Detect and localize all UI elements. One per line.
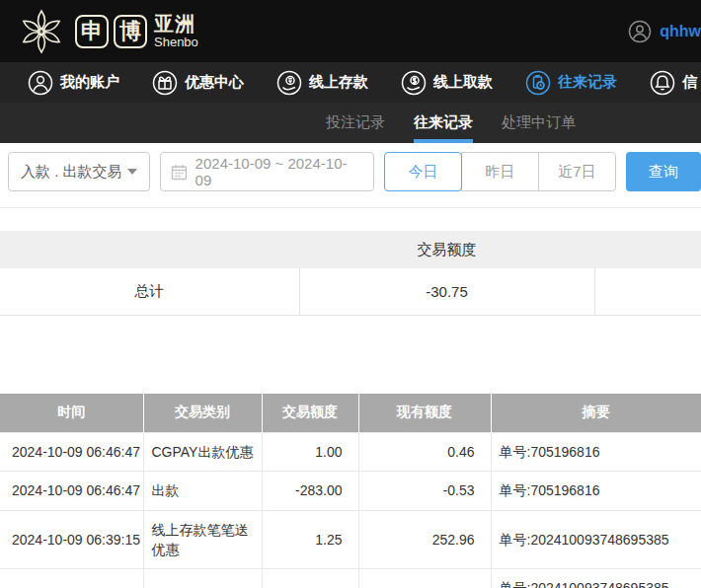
summary-total-row: 总计 -30.75 xyxy=(0,268,701,315)
transaction-records-page: 申 博 亚洲 Shenbo qhhw 我的账户 xyxy=(0,0,701,588)
nav-label: 往来记录 xyxy=(558,73,617,92)
cell-balance: -0.53 xyxy=(358,472,491,510)
cell-balance: 251.71 xyxy=(358,569,491,588)
col-header-time: 时间 xyxy=(0,394,143,433)
cell-type: 线上存款笔笔送优惠 xyxy=(143,510,262,569)
records-table: 时间 交易类别 交易额度 现有额度 摘要 2024-10-09 06:46:47… xyxy=(0,394,701,588)
user-avatar-icon xyxy=(628,20,652,43)
nav-item-online-deposit[interactable]: 线上存款 xyxy=(276,70,368,96)
cell-amount: 250.00 xyxy=(262,569,358,588)
table-row: 2024-10-09 06:46:47 出款 -283.00 -0.53 单号:… xyxy=(0,472,701,510)
cell-time: 2024-10-09 06:39:15 xyxy=(0,510,143,569)
cell-time: 2024-10-09 06:46:47 xyxy=(0,472,143,510)
nav-item-promotions[interactable]: 优惠中心 xyxy=(152,70,244,96)
chevron-down-icon xyxy=(127,169,137,175)
records-icon xyxy=(525,70,551,96)
username-label[interactable]: qhhw xyxy=(660,23,701,40)
main-navigation: 我的账户 优惠中心 线上存款 xyxy=(0,62,701,103)
cell-memo: 单号:705196816 xyxy=(491,433,701,472)
cell-type: CGPAY出款优惠 xyxy=(143,433,262,472)
nav-item-online-withdraw[interactable]: 线上取款 xyxy=(401,70,493,96)
transaction-type-value: 入款 . 出款交易 xyxy=(21,163,122,182)
quick-range-button-group: 今日 昨日 近7日 xyxy=(384,152,616,191)
cell-amount: -283.00 xyxy=(262,472,358,510)
last7days-button[interactable]: 近7日 xyxy=(538,152,616,191)
brand-english-label: Shenbo xyxy=(154,36,198,48)
cell-balance: 252.96 xyxy=(358,510,491,569)
cell-type: 出款 xyxy=(143,472,262,510)
brand-region-label: 亚洲 xyxy=(154,14,198,34)
nav-item-my-account[interactable]: 我的账户 xyxy=(28,70,119,96)
bell-icon xyxy=(650,70,675,96)
date-range-value: 2024-10-09 ~ 2024-10-09 xyxy=(195,155,363,188)
nav-label: 线上取款 xyxy=(433,73,493,92)
summary-header-spacer xyxy=(0,231,299,268)
summary-total-label: 总计 xyxy=(0,268,299,315)
search-button[interactable]: 查询 xyxy=(626,152,701,191)
table-row: 2024-10-09 06:39:15 线上存款 250.00 251.71 单… xyxy=(0,569,701,588)
col-header-memo: 摘要 xyxy=(491,394,701,433)
table-row: 2024-10-09 06:46:47 CGPAY出款优惠 1.00 0.46 … xyxy=(0,433,701,472)
deposit-icon xyxy=(276,70,302,96)
nav-label: 信 xyxy=(682,73,697,92)
summary-header-row: 交易额度 xyxy=(0,231,701,268)
withdraw-icon xyxy=(401,70,427,96)
nav-item-transaction-records[interactable]: 往来记录 xyxy=(525,70,617,96)
summary-empty-cell xyxy=(594,268,701,315)
records-header-row: 时间 交易类别 交易额度 现有额度 摘要 xyxy=(0,394,701,433)
filter-bar: 入款 . 出款交易 2024-10-09 ~ 2024-10-09 今日 昨日 … xyxy=(0,143,701,208)
brand-logo[interactable]: 申 博 亚洲 Shenbo xyxy=(18,8,198,55)
cell-time: 2024-10-09 06:46:47 xyxy=(0,433,143,472)
nav-label: 优惠中心 xyxy=(185,73,244,92)
cell-balance: 0.46 xyxy=(358,433,491,472)
yesterday-button[interactable]: 昨日 xyxy=(461,152,539,191)
col-header-balance: 现有额度 xyxy=(358,394,491,433)
tab-transaction-records[interactable]: 往来记录 xyxy=(414,103,473,143)
cell-memo: 单号:202410093748695385 xyxy=(491,510,701,569)
table-row: 2024-10-09 06:39:15 线上存款笔笔送优惠 1.25 252.9… xyxy=(0,510,701,569)
flower-logo-icon xyxy=(18,8,65,55)
summary-table: 交易额度 总计 -30.75 xyxy=(0,231,701,316)
col-header-type: 交易类别 xyxy=(143,394,262,433)
promo-icon xyxy=(152,70,178,96)
user-account-area[interactable]: qhhw xyxy=(628,0,701,62)
summary-header-spacer xyxy=(594,231,701,268)
summary-total-value: -30.75 xyxy=(299,268,594,315)
cell-memo: 单号:705196816 xyxy=(491,472,701,510)
sub-navigation: 投注记录 往来记录 处理中订单 xyxy=(0,103,701,143)
account-icon xyxy=(28,70,53,96)
date-range-input[interactable]: 2024-10-09 ~ 2024-10-09 xyxy=(160,152,374,191)
cell-amount: 1.25 xyxy=(262,510,358,569)
calendar-icon xyxy=(171,164,188,181)
nav-item-messages[interactable]: 信 xyxy=(650,70,697,96)
cell-amount: 1.00 xyxy=(262,433,358,472)
cell-type: 线上存款 xyxy=(143,569,262,588)
col-header-amount: 交易额度 xyxy=(262,394,358,433)
transaction-type-select[interactable]: 入款 . 出款交易 xyxy=(8,152,150,191)
topbar: 申 博 亚洲 Shenbo qhhw xyxy=(0,0,701,62)
nav-label: 我的账户 xyxy=(60,73,119,92)
cell-memo: 单号:202410093748695385 人民币(RMB): 250 xyxy=(491,569,701,588)
cell-time: 2024-10-09 06:39:15 xyxy=(0,569,143,588)
today-button[interactable]: 今日 xyxy=(384,152,462,191)
summary-header-amount: 交易额度 xyxy=(299,231,594,268)
nav-label: 线上存款 xyxy=(309,73,368,92)
tab-pending-orders[interactable]: 处理中订单 xyxy=(502,103,576,143)
logo-char-bo: 博 xyxy=(114,15,147,48)
tab-betting-records[interactable]: 投注记录 xyxy=(326,103,385,143)
logo-char-shen: 申 xyxy=(75,15,109,48)
